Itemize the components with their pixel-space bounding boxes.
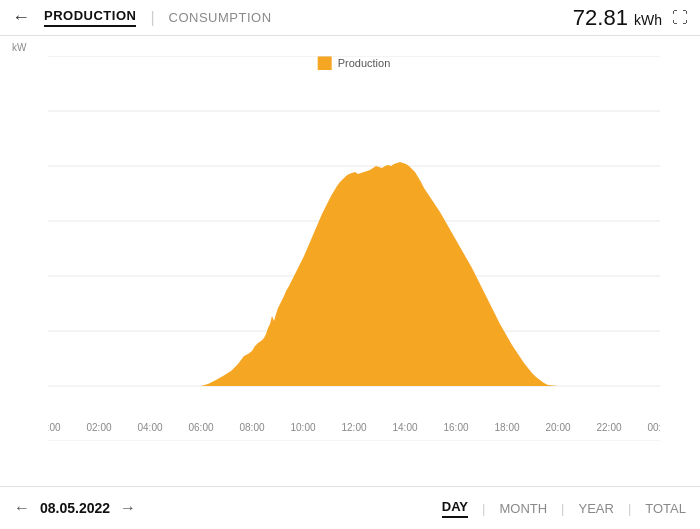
back-button[interactable]: ← [12,7,30,28]
svg-text:02:00: 02:00 [86,422,111,433]
svg-text:04:00: 04:00 [137,422,162,433]
tab-production[interactable]: PRODUCTION [44,8,136,27]
header-value-number: 72.81 [573,5,628,30]
period-tab-month[interactable]: MONTH [499,501,547,516]
period-tab-year[interactable]: YEAR [579,501,614,516]
period-tab-total[interactable]: TOTAL [645,501,686,516]
svg-text:00:00: 00:00 [647,422,660,433]
svg-text:12:00: 12:00 [341,422,366,433]
period-sep-2: | [561,501,564,516]
period-tabs: DAY | MONTH | YEAR | TOTAL [442,499,686,518]
production-area [48,162,660,386]
period-sep-3: | [628,501,631,516]
date-display: 08.05.2022 [40,500,110,516]
svg-text:08:00: 08:00 [239,422,264,433]
svg-text:16:00: 16:00 [443,422,468,433]
header-value: 72.81 kWh [573,5,662,31]
fullscreen-button[interactable]: ⛶ [672,9,688,27]
svg-text:20:00: 20:00 [545,422,570,433]
chart-svg: 10 8 6 4 2 0 00:00 02:00 04:00 06:00 08:… [48,56,660,441]
svg-text:18:00: 18:00 [494,422,519,433]
period-tab-day[interactable]: DAY [442,499,468,518]
svg-text:10:00: 10:00 [290,422,315,433]
chart-container: kW Production 10 8 6 4 2 0 00:00 [0,36,700,486]
nav-prev-button[interactable]: ← [14,499,30,517]
header-value-unit: kWh [634,12,662,28]
tab-divider: | [150,9,154,27]
y-axis-label: kW [12,42,26,53]
nav-next-button[interactable]: → [120,499,136,517]
header: ← PRODUCTION | CONSUMPTION 72.81 kWh ⛶ [0,0,700,36]
period-sep-1: | [482,501,485,516]
svg-text:22:00: 22:00 [596,422,621,433]
svg-text:06:00: 06:00 [188,422,213,433]
tab-consumption[interactable]: CONSUMPTION [169,10,272,25]
chart-inner: kW Production 10 8 6 4 2 0 00:00 [48,56,660,441]
svg-text:00:00: 00:00 [48,422,61,433]
svg-text:14:00: 14:00 [392,422,417,433]
footer: ← 08.05.2022 → DAY | MONTH | YEAR | TOTA… [0,486,700,529]
